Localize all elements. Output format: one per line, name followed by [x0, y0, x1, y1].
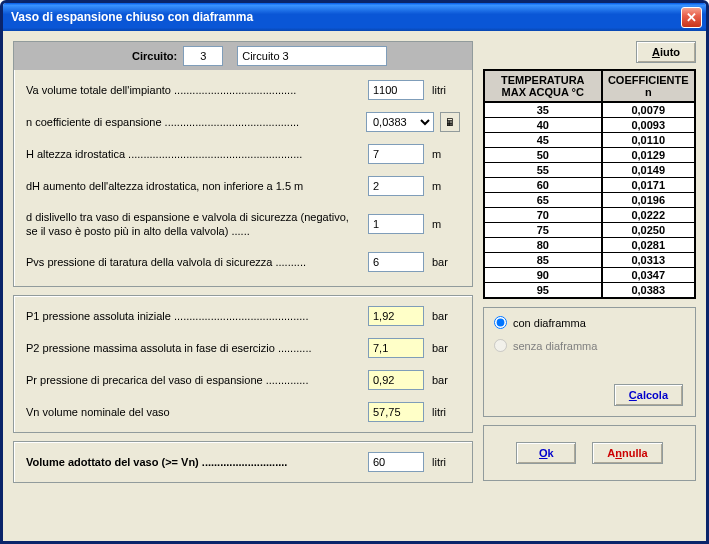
close-icon: ✕ — [686, 10, 697, 25]
vn-output — [368, 402, 424, 422]
field-h: H altezza idrostatica ..................… — [26, 144, 460, 164]
inputs-panel: Circuito: Va volume totale dell'impianto… — [13, 41, 473, 287]
radio-without-input — [494, 339, 507, 352]
window-title: Vaso di espansione chiuso con diaframma — [11, 10, 681, 24]
help-button[interactable]: Aiuto — [636, 41, 696, 63]
p1-output — [368, 306, 424, 326]
p2-output — [368, 338, 424, 358]
outputs-panel: P1 pressione assoluta iniziale .........… — [13, 295, 473, 433]
table-row[interactable]: 550,0149 — [484, 163, 695, 178]
table-row[interactable]: 750,0250 — [484, 223, 695, 238]
calculator-icon[interactable]: 🖩 — [440, 112, 460, 132]
field-p1: P1 pressione assoluta iniziale .........… — [26, 306, 460, 326]
titlebar: Vaso di espansione chiuso con diaframma … — [3, 3, 706, 31]
field-p2: P2 pressione massima assoluta in fase di… — [26, 338, 460, 358]
dialog-window: Vaso di espansione chiuso con diaframma … — [0, 0, 709, 544]
cancel-button[interactable]: Annulla — [592, 442, 662, 464]
table-row[interactable]: 600,0171 — [484, 178, 695, 193]
table-header-temp: TEMPERATURA MAX ACQUA °C — [484, 70, 602, 102]
field-d: d dislivello tra vaso di espansione e va… — [26, 208, 460, 240]
field-vn: Vn volume nominale del vaso litri — [26, 402, 460, 422]
final-volume-input[interactable] — [368, 452, 424, 472]
final-panel: Volume adottato del vaso (>= Vn) .......… — [13, 441, 473, 483]
va-input[interactable] — [368, 80, 424, 100]
table-row[interactable]: 850,0313 — [484, 253, 695, 268]
pr-output — [368, 370, 424, 390]
action-panel: Ok Annulla — [483, 425, 696, 481]
n-select[interactable]: 0,0383 — [366, 112, 434, 132]
table-header-coef: COEFFICIENTE n — [602, 70, 695, 102]
field-pr: Pr pressione di precarica del vaso di es… — [26, 370, 460, 390]
close-button[interactable]: ✕ — [681, 7, 702, 28]
radio-with-input[interactable] — [494, 316, 507, 329]
h-input[interactable] — [368, 144, 424, 164]
circuit-number-input[interactable] — [183, 46, 223, 66]
radio-with-diaphragm[interactable]: con diaframma — [494, 316, 685, 329]
calculate-button[interactable]: Calcola — [614, 384, 683, 406]
table-row[interactable]: 500,0129 — [484, 148, 695, 163]
coefficient-table: TEMPERATURA MAX ACQUA °C COEFFICIENTE n … — [483, 69, 696, 299]
field-dh: dH aumento dell'altezza idrostatica, non… — [26, 176, 460, 196]
options-panel: con diaframma senza diaframma Calcola — [483, 307, 696, 417]
table-row[interactable]: 900,0347 — [484, 268, 695, 283]
circuit-label: Circuito: — [132, 50, 177, 62]
table-row[interactable]: 350,0079 — [484, 102, 695, 118]
table-row[interactable]: 700,0222 — [484, 208, 695, 223]
circuit-header: Circuito: — [14, 42, 472, 70]
table-row[interactable]: 800,0281 — [484, 238, 695, 253]
field-va: Va volume totale dell'impianto .........… — [26, 80, 460, 100]
pvs-input[interactable] — [368, 252, 424, 272]
circuit-name-input[interactable] — [237, 46, 387, 66]
table-row[interactable]: 450,0110 — [484, 133, 695, 148]
radio-without-diaphragm: senza diaframma — [494, 339, 685, 352]
field-n: n coefficiente di espansione ...........… — [26, 112, 460, 132]
dh-input[interactable] — [368, 176, 424, 196]
table-row[interactable]: 950,0383 — [484, 283, 695, 299]
d-input[interactable] — [368, 214, 424, 234]
table-row[interactable]: 650,0196 — [484, 193, 695, 208]
ok-button[interactable]: Ok — [516, 442, 576, 464]
table-row[interactable]: 400,0093 — [484, 118, 695, 133]
field-pvs: Pvs pressione di taratura della valvola … — [26, 252, 460, 272]
final-label: Volume adottato del vaso (>= Vn) .......… — [26, 456, 368, 468]
